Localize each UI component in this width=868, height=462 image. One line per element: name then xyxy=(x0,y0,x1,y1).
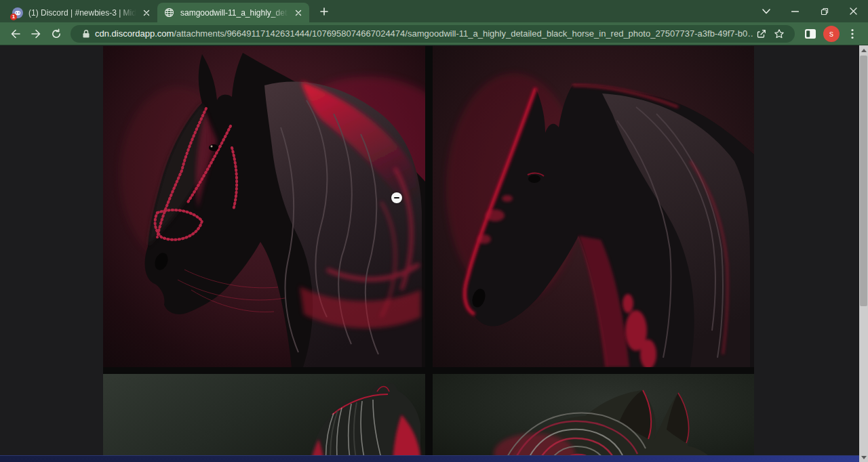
scrollbar-thumb[interactable] xyxy=(860,56,867,306)
page-viewport xyxy=(0,45,868,462)
bookmark-star-icon[interactable] xyxy=(770,26,788,42)
tab-close-icon[interactable] xyxy=(293,7,304,18)
url-host: cdn.discordapp.com xyxy=(95,28,174,39)
menu-kebab-icon[interactable] xyxy=(842,24,863,43)
scroll-up-icon[interactable] xyxy=(859,45,868,55)
profile-avatar[interactable]: s xyxy=(823,26,840,42)
browser-window: 1 (1) Discord | #newbies-3 | Midjou samg… xyxy=(0,0,868,462)
image-quadrant-top-right xyxy=(433,46,754,367)
tab-title: samgoodwill-11_a_highly_detaile xyxy=(180,8,290,18)
taskbar-edge xyxy=(0,455,859,462)
image-quadrant-bottom-right xyxy=(433,374,754,462)
minimize-button[interactable] xyxy=(781,0,810,22)
tab-title: (1) Discord | #newbies-3 | Midjou xyxy=(28,8,138,18)
window-controls xyxy=(751,0,868,22)
zoom-out-cursor-icon xyxy=(391,192,402,203)
share-icon[interactable] xyxy=(753,26,770,42)
lock-icon[interactable] xyxy=(77,26,95,42)
url-path: /attachments/96649117142631444/107695807… xyxy=(174,28,753,39)
tab-close-icon[interactable] xyxy=(141,7,152,18)
image-quadrant-bottom-left xyxy=(103,374,425,462)
tab-bar: 1 (1) Discord | #newbies-3 | Midjou samg… xyxy=(0,0,868,22)
globe-favicon-icon xyxy=(164,7,175,18)
vertical-scrollbar[interactable] xyxy=(859,45,868,462)
tab-search-icon[interactable] xyxy=(751,0,781,22)
tab-attachment[interactable]: samgoodwill-11_a_highly_detaile xyxy=(157,3,309,22)
forward-button[interactable] xyxy=(26,24,46,43)
new-tab-button[interactable] xyxy=(315,2,334,21)
reload-button[interactable] xyxy=(46,24,66,43)
url-text: cdn.discordapp.com/attachments/966491171… xyxy=(95,28,753,39)
tab-discord[interactable]: 1 (1) Discord | #newbies-3 | Midjou xyxy=(5,3,157,22)
discord-favicon-icon: 1 xyxy=(12,7,23,18)
back-button[interactable] xyxy=(5,24,26,43)
close-window-button[interactable] xyxy=(839,0,868,22)
scroll-down-icon[interactable] xyxy=(859,453,868,462)
side-panel-icon[interactable] xyxy=(800,24,821,43)
restore-button[interactable] xyxy=(810,0,839,22)
attachment-image[interactable] xyxy=(103,46,754,462)
address-bar[interactable]: cdn.discordapp.com/attachments/966491171… xyxy=(71,25,795,43)
toolbar: cdn.discordapp.com/attachments/966491171… xyxy=(0,22,868,45)
notification-badge: 1 xyxy=(10,14,17,20)
image-quadrant-top-left xyxy=(103,46,425,367)
